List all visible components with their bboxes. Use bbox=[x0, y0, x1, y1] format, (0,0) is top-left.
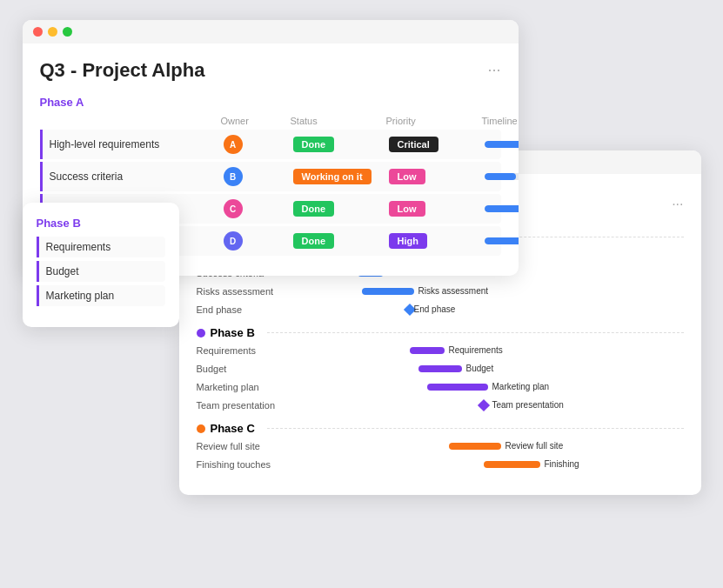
gantt-bar bbox=[418, 365, 462, 372]
avatar: C bbox=[224, 199, 293, 218]
status-badge: Done bbox=[293, 137, 389, 152]
gantt-more-button[interactable]: ··· bbox=[672, 197, 683, 212]
col-timeline: Timeline bbox=[482, 116, 517, 126]
gantt-milestone-diamond bbox=[477, 399, 489, 411]
gantt-bar bbox=[410, 347, 445, 354]
priority-badge: Low bbox=[389, 169, 485, 184]
phase-b-label: Phase B bbox=[37, 217, 165, 230]
gantt-row: Review full siteReview full site bbox=[197, 438, 684, 454]
task-name: Success criteria bbox=[50, 170, 224, 183]
gantt-track: Budget bbox=[310, 361, 684, 377]
gantt-bar bbox=[449, 443, 501, 450]
table-header: Owner Status Priority Timeline bbox=[40, 116, 501, 130]
phase-a-label: Phase A bbox=[40, 96, 501, 109]
gantt-track: End phase bbox=[310, 302, 684, 317]
phase-label: Phase B bbox=[211, 326, 255, 339]
gantt-bar-label: End phase bbox=[414, 304, 456, 314]
gantt-bar-label: Finishing bbox=[545, 459, 579, 469]
gantt-row: Team presentationTeam presentation bbox=[197, 398, 684, 413]
gantt-phase: Phase CReview full siteReview full siteF… bbox=[197, 422, 684, 472]
avatar: D bbox=[224, 231, 293, 251]
gantt-row: Finishing touchesFinishing bbox=[197, 457, 684, 472]
gantt-row: Risks assessmentRisks assessment bbox=[197, 284, 684, 299]
gantt-phase-header: Phase C bbox=[197, 422, 684, 435]
col-task bbox=[47, 116, 221, 126]
gantt-bar bbox=[484, 461, 540, 468]
phase-dot bbox=[197, 329, 205, 337]
status-badge: Working on it bbox=[293, 169, 389, 184]
gantt-task-label: Finishing touches bbox=[197, 459, 310, 470]
avatar: B bbox=[224, 167, 293, 186]
gantt-bar bbox=[362, 288, 414, 295]
gantt-task-label: Team presentation bbox=[197, 400, 310, 411]
gantt-track: Review full site bbox=[310, 438, 684, 454]
gantt-bar-label: Requirements bbox=[449, 345, 503, 355]
gantt-task-label: End phase bbox=[197, 304, 310, 315]
dot-yellow bbox=[48, 27, 57, 37]
timeline-bar-wrap bbox=[485, 141, 519, 148]
gantt-task-label: Risks assessment bbox=[197, 286, 310, 297]
gantt-bar-label: Team presentation bbox=[492, 400, 564, 410]
gantt-task-label: Requirements bbox=[197, 345, 310, 356]
more-button[interactable]: ··· bbox=[487, 61, 500, 79]
gantt-task-label: Budget bbox=[197, 364, 310, 374]
gantt-row: BudgetBudget bbox=[197, 361, 684, 377]
gantt-bar-label: Marketing plan bbox=[492, 382, 550, 391]
priority-badge: High bbox=[389, 233, 485, 249]
gantt-track: Finishing bbox=[310, 457, 684, 472]
timeline-bar-wrap bbox=[485, 205, 519, 212]
dot-green bbox=[63, 27, 72, 37]
sidebar-items: RequirementsBudgetMarketing plan bbox=[37, 237, 165, 306]
status-badge: Done bbox=[293, 233, 389, 249]
task-name: High-level requirements bbox=[50, 138, 224, 150]
priority-badge: Critical bbox=[389, 137, 485, 152]
gantt-track: Risks assessment bbox=[310, 284, 684, 299]
gantt-row: Marketing planMarketing plan bbox=[197, 379, 684, 395]
gantt-task-label: Marketing plan bbox=[197, 382, 310, 392]
gantt-bar bbox=[427, 384, 488, 391]
titlebar-front bbox=[23, 20, 519, 43]
col-status: Status bbox=[291, 116, 386, 126]
dot-red bbox=[33, 27, 43, 37]
table-row: High-level requirements A Done Critical bbox=[40, 130, 501, 159]
priority-badge: Low bbox=[389, 201, 485, 217]
sidebar-item[interactable]: Budget bbox=[37, 261, 165, 282]
gantt-bar-label: Budget bbox=[466, 364, 494, 373]
gantt-phase-header: Phase B bbox=[197, 326, 684, 339]
gantt-bar-label: Risks assessment bbox=[418, 286, 489, 296]
phase-label: Phase C bbox=[211, 422, 255, 435]
gantt-track: Team presentation bbox=[310, 398, 684, 413]
sidebar-card: Phase B RequirementsBudgetMarketing plan bbox=[23, 203, 179, 327]
table-row: Success criteria B Working on it Low bbox=[40, 162, 501, 191]
phase-dot bbox=[197, 424, 205, 433]
sidebar-item[interactable]: Requirements bbox=[37, 237, 165, 257]
gantt-task-label: Review full site bbox=[197, 441, 310, 451]
timeline-bar-wrap bbox=[485, 237, 519, 244]
timeline-bar-wrap bbox=[485, 173, 519, 180]
gantt-phase: Phase BRequirementsRequirementsBudgetBud… bbox=[197, 326, 684, 413]
gantt-row: End phaseEnd phase bbox=[197, 302, 684, 317]
sidebar-item[interactable]: Marketing plan bbox=[37, 285, 165, 306]
gantt-track: Requirements bbox=[310, 343, 684, 358]
col-priority: Priority bbox=[386, 116, 482, 126]
col-owner: Owner bbox=[221, 116, 291, 126]
gantt-bar-label: Review full site bbox=[505, 441, 564, 451]
project-title: Q3 - Project Alpha bbox=[40, 59, 501, 82]
gantt-row: RequirementsRequirements bbox=[197, 343, 684, 358]
gantt-track: Marketing plan bbox=[310, 379, 684, 395]
avatar: A bbox=[224, 135, 293, 154]
status-badge: Done bbox=[293, 201, 389, 217]
